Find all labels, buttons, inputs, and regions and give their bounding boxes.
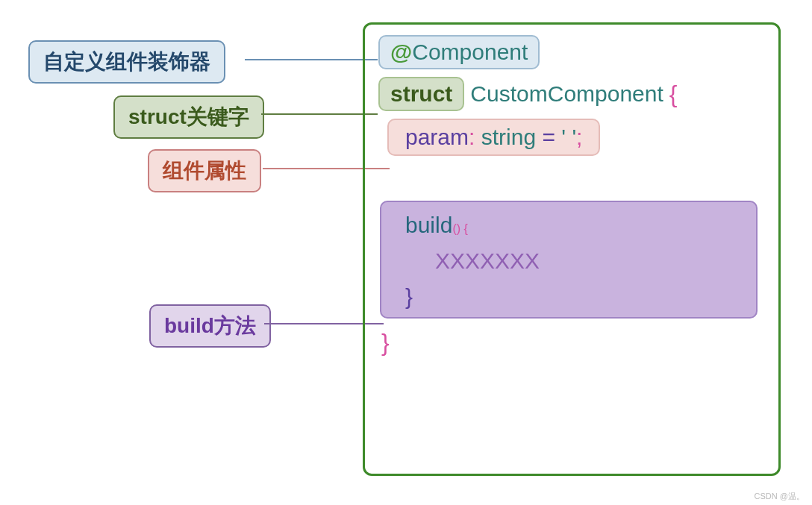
struct-keyword-box: struct [378, 77, 464, 111]
label-build-method: build方法 [149, 304, 271, 348]
code-panel: @Component struct CustomComponent { para… [363, 22, 781, 476]
build-close-brace: } [405, 284, 740, 310]
line-param: param: string = ' '; [378, 119, 765, 156]
build-body-placeholder: XXXXXXX [435, 248, 740, 274]
label-property-text: 组件属性 [163, 159, 246, 182]
param-colon: : [469, 125, 475, 149]
line-decorator: @Component [378, 35, 765, 69]
param-type: string [481, 125, 536, 149]
label-decorator-text: 自定义组件装饰器 [43, 50, 210, 73]
param-semi: ; [576, 125, 582, 149]
param-name: param [405, 125, 469, 149]
build-name: build [405, 213, 452, 237]
label-build-text: build方法 [164, 314, 256, 337]
build-parens: () [452, 222, 460, 235]
param-eq: = [542, 125, 555, 149]
label-struct-keyword: struct关键字 [113, 95, 264, 139]
decorator-box: @Component [378, 35, 540, 69]
label-struct-text: struct关键字 [128, 105, 249, 128]
struct-keyword: struct [390, 81, 452, 106]
label-property: 组件属性 [148, 149, 261, 192]
param-box: param: string = ' '; [387, 119, 600, 156]
build-open-brace: { [464, 222, 468, 235]
build-signature-line: build() { [405, 213, 740, 238]
param-value: ' ' [561, 125, 576, 149]
connector-struct [261, 113, 378, 115]
label-decorator: 自定义组件装饰器 [28, 40, 225, 84]
watermark: CSDN @温。 [755, 491, 805, 502]
connector-decorator [245, 59, 378, 60]
build-box: build() { XXXXXXX } [380, 201, 758, 319]
class-name: CustomComponent [470, 81, 663, 107]
line-struct: struct CustomComponent { [378, 77, 765, 111]
open-brace: { [669, 81, 678, 108]
struct-close-brace: } [381, 329, 765, 357]
at-sign: @ [390, 40, 412, 64]
component-word: Component [412, 40, 528, 64]
